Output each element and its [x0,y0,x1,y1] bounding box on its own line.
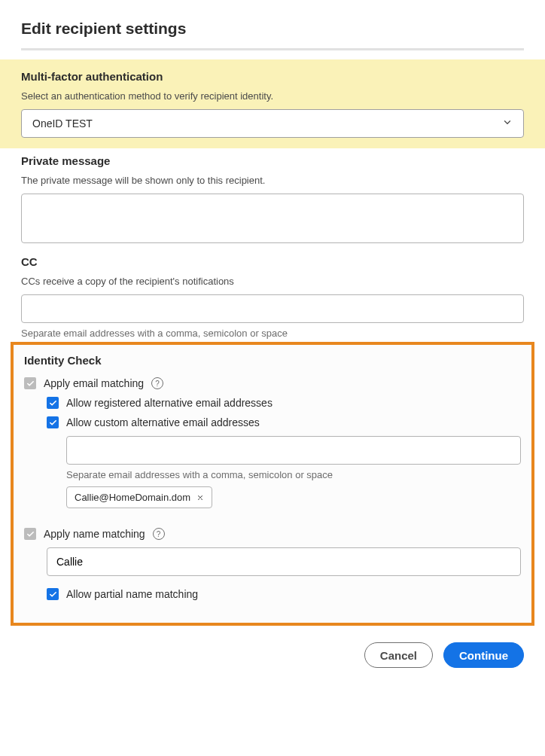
mfa-selected-value: OneID TEST [32,117,93,130]
custom-email-hint: Separate email addresses with a comma, s… [66,469,521,480]
apply-name-matching-row: Apply name matching ? [24,528,521,540]
allow-registered-label: Allow registered alternative email addre… [66,397,272,409]
dialog-title: Edit recipient settings [0,0,545,48]
info-icon[interactable]: ? [151,377,163,389]
private-message-subtext: The private message will be shown only t… [21,175,524,186]
partial-name-label: Allow partial name matching [66,588,198,600]
cc-subtext: CCs receive a copy of the recipient's no… [21,276,524,287]
info-icon[interactable]: ? [153,528,165,540]
mfa-method-select[interactable]: OneID TEST [21,109,524,138]
chevron-down-icon [502,117,513,130]
apply-email-matching-label: Apply email matching [44,377,144,389]
email-chip[interactable]: Callie@HomeDomain.dom [66,486,212,508]
mfa-heading: Multi-factor authentication [21,70,524,83]
cancel-button[interactable]: Cancel [364,642,433,668]
private-message-heading: Private message [21,154,524,167]
partial-name-checkbox[interactable] [47,588,59,600]
private-message-section: Private message The private message will… [0,148,545,246]
identity-check-section: Identity Check Apply email matching ? Al… [11,342,534,626]
dialog-footer: Cancel Continue [0,633,545,684]
apply-name-matching-label: Apply name matching [44,528,145,540]
apply-name-matching-checkbox[interactable] [24,528,36,540]
allow-registered-checkbox[interactable] [47,397,59,409]
apply-email-matching-row: Apply email matching ? [24,377,521,389]
cc-input[interactable] [21,294,524,323]
title-divider [21,48,524,50]
apply-email-matching-checkbox[interactable] [24,377,36,389]
partial-name-row: Allow partial name matching [24,588,521,600]
identity-check-heading: Identity Check [24,354,521,367]
allow-registered-row: Allow registered alternative email addre… [47,397,521,409]
name-matching-input[interactable] [47,547,521,576]
custom-email-input[interactable] [66,436,521,465]
allow-custom-checkbox[interactable] [47,416,59,428]
cc-hint: Separate email addresses with a comma, s… [21,328,524,339]
allow-custom-label: Allow custom alternative email addresses [66,416,260,428]
cc-heading: CC [21,255,524,268]
allow-custom-row: Allow custom alternative email addresses [47,416,521,428]
continue-button[interactable]: Continue [443,642,524,668]
private-message-input[interactable] [21,194,524,243]
close-icon[interactable] [196,494,204,501]
cc-section: CC CCs receive a copy of the recipient's… [0,246,545,339]
mfa-section: Multi-factor authentication Select an au… [0,59,545,148]
mfa-subtext: Select an authentication method to verif… [21,90,524,102]
email-chip-text: Callie@HomeDomain.dom [75,492,190,503]
